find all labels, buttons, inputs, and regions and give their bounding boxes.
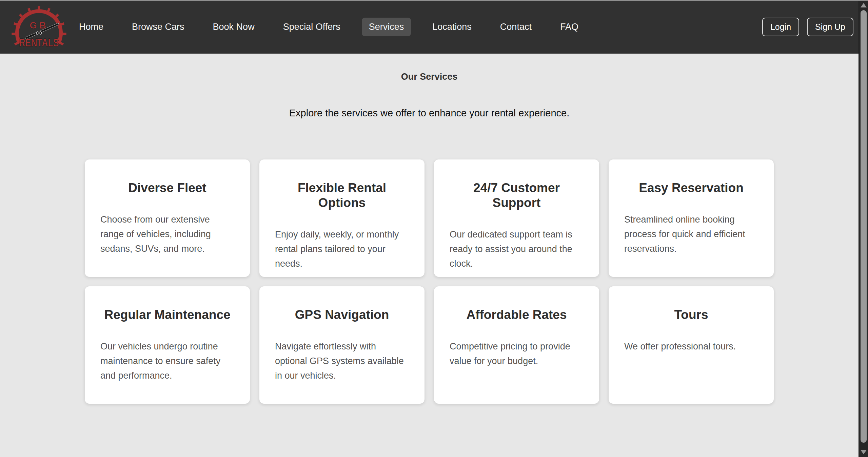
page-subtitle: Explore the services we offer to enhance… xyxy=(0,107,859,119)
login-button[interactable]: Login xyxy=(762,18,799,36)
service-card-description: Streamlined online booking process for q… xyxy=(624,212,758,256)
service-card-title: Diverse Fleet xyxy=(100,180,234,195)
navbar: GB RENTALS Home Browse Cars Book Now Spe… xyxy=(0,0,868,54)
main-content: Our Services Explore the services we off… xyxy=(0,71,859,404)
nav-item-special-offers[interactable]: Special Offers xyxy=(276,18,348,36)
service-card-title: Tours xyxy=(624,307,758,322)
signup-button[interactable]: Sign Up xyxy=(807,18,853,36)
service-card-description: Our dedicated support team is ready to a… xyxy=(450,227,584,271)
brand-logo[interactable]: GB RENTALS xyxy=(10,5,68,51)
nav-item-contact[interactable]: Contact xyxy=(493,18,539,36)
nav-item-home[interactable]: Home xyxy=(72,18,111,36)
service-card-description: Choose from our extensive range of vehic… xyxy=(100,212,234,256)
service-card-title: 24/7 Customer Support xyxy=(450,180,584,210)
service-card-title: Affordable Rates xyxy=(450,307,584,322)
service-card-regular-maintenance: Regular Maintenance Our vehicles undergo… xyxy=(85,286,250,404)
window-top-edge xyxy=(0,0,868,1)
service-card-title: GPS Navigation xyxy=(275,307,409,322)
scrollbar-up-arrow-icon[interactable] xyxy=(861,3,867,7)
service-card-affordable-rates: Affordable Rates Competitive pricing to … xyxy=(434,286,599,404)
service-card-gps-navigation: GPS Navigation Navigate effortlessly wit… xyxy=(259,286,425,404)
service-card-description: Competitive pricing to provide value for… xyxy=(450,339,584,368)
nav-item-faq[interactable]: FAQ xyxy=(553,18,586,36)
service-card-tours: Tours We offer professional tours. xyxy=(609,286,774,404)
service-card-description: We offer professional tours. xyxy=(624,339,758,354)
service-card-easy-reservation: Easy Reservation Streamlined online book… xyxy=(609,159,774,277)
service-card-customer-support: 24/7 Customer Support Our dedicated supp… xyxy=(434,159,599,277)
service-card-title: Regular Maintenance xyxy=(100,307,234,322)
scrollbar-down-arrow-icon[interactable] xyxy=(861,450,867,454)
nav-item-services[interactable]: Services xyxy=(362,18,411,36)
nav-item-browse-cars[interactable]: Browse Cars xyxy=(125,18,192,36)
auth-buttons: Login Sign Up xyxy=(762,18,853,36)
service-card-description: Our vehicles undergo routine maintenance… xyxy=(100,339,234,383)
service-card-flexible-rental-options: Flexible Rental Options Enjoy daily, wee… xyxy=(259,159,425,277)
services-grid: Diverse Fleet Choose from our extensive … xyxy=(85,159,774,404)
service-card-description: Enjoy daily, weekly, or monthly rental p… xyxy=(275,227,409,271)
speedometer-icon: GB RENTALS xyxy=(12,6,66,49)
nav-item-locations[interactable]: Locations xyxy=(425,18,479,36)
brand-text-rentals: RENTALS xyxy=(19,37,59,49)
service-card-title: Flexible Rental Options xyxy=(275,180,409,210)
page-title: Our Services xyxy=(0,71,859,83)
nav-menu: Home Browse Cars Book Now Special Offers… xyxy=(72,18,586,36)
service-card-title: Easy Reservation xyxy=(624,180,758,195)
service-card-diverse-fleet: Diverse Fleet Choose from our extensive … xyxy=(85,159,250,277)
service-card-description: Navigate effortlessly with optional GPS … xyxy=(275,339,409,383)
nav-item-book-now[interactable]: Book Now xyxy=(206,18,262,36)
scrollbar[interactable] xyxy=(859,0,868,457)
scrollbar-thumb[interactable] xyxy=(861,10,867,443)
